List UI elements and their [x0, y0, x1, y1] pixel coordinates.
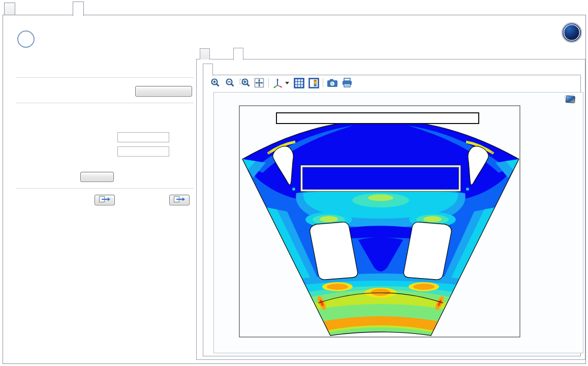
vw-logo: [561, 22, 582, 43]
results-pane: [196, 59, 585, 360]
plot-pane: [203, 75, 581, 356]
view-360-toggle-button[interactable]: [80, 172, 114, 182]
export-results-button[interactable]: [95, 195, 115, 205]
section-divider: [16, 77, 194, 78]
update-solution-button[interactable]: [135, 86, 192, 97]
export-icon: [99, 196, 111, 203]
tab-geometrie[interactable]: [200, 48, 210, 59]
section-divider: [16, 188, 194, 189]
section-divider: [16, 103, 194, 103]
stress-plot: [214, 93, 583, 353]
toolbar-separator: [268, 78, 269, 87]
main-panel: [3, 15, 586, 364]
x-coordinate-input[interactable]: [117, 132, 169, 142]
tab-spannung-mises[interactable]: [203, 64, 213, 76]
app-window: [0, 0, 588, 366]
zoom-out-icon[interactable]: [224, 77, 235, 88]
zoom-box-icon[interactable]: [239, 77, 250, 88]
graphics-canvas[interactable]: [213, 92, 583, 353]
export-icon: [173, 196, 185, 203]
legend-icon[interactable]: [308, 77, 319, 88]
zoom-in-icon[interactable]: [209, 77, 221, 88]
zoom-extents-icon[interactable]: [254, 77, 265, 88]
tab-ergebnisse[interactable]: [73, 2, 84, 16]
graphics-toolbar: [209, 77, 353, 88]
print-icon[interactable]: [342, 77, 353, 88]
plot-annotation: [276, 112, 479, 124]
export-geometry-button[interactable]: [169, 195, 190, 205]
snapshot-icon[interactable]: [327, 77, 338, 88]
grid-icon[interactable]: [293, 77, 304, 88]
plot-window-icon[interactable]: [564, 94, 577, 104]
tab-right-ergebnisse[interactable]: [233, 48, 243, 60]
axes-orientation-icon[interactable]: [272, 77, 290, 88]
y-coordinate-input[interactable]: [117, 146, 169, 157]
info-icon: [14, 27, 38, 51]
toolbar-separator: [323, 78, 323, 87]
rotor-sector-plot: [242, 120, 519, 336]
tab-modellaufbau[interactable]: [4, 3, 15, 15]
